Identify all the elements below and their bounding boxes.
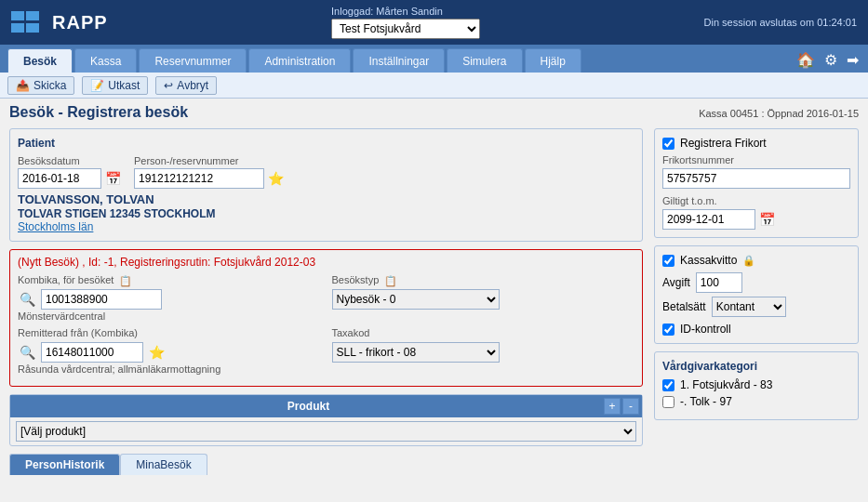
vardgivarkategori-title: Vårdgivarkategori <box>662 360 850 373</box>
logo-area: RAPP <box>11 9 108 35</box>
kombika-input[interactable] <box>41 289 162 310</box>
frikort-checkbox[interactable] <box>662 138 674 150</box>
visit-field-grid: Kombika, för besöket 📋 🔍 Mönstervärdcent… <box>18 274 634 375</box>
logout-icon-button[interactable]: ➡ <box>845 49 861 71</box>
kassakvitto-label: Kassakvitto <box>680 254 737 267</box>
svg-rect-0 <box>11 11 24 20</box>
cancel-label: Avbryt <box>177 79 208 92</box>
besokstyp-label: Besökstyp <box>332 274 380 285</box>
taxakod-label: Taxakod <box>332 327 370 338</box>
patient-region-link[interactable]: Stockholms län <box>18 220 93 233</box>
draft-button[interactable]: 📝 Utkast <box>82 76 148 95</box>
send-icon: 📤 <box>16 79 30 92</box>
remitterad-label: Remitterad från (Kombika) <box>18 327 138 338</box>
person-nr-group: Person-/reservnummer ⭐ <box>134 155 286 189</box>
header-center: Inloggad: Mårten Sandin Test Fotsjukvård <box>331 6 480 39</box>
avgift-input[interactable] <box>696 272 742 293</box>
produkt-header: Produkt + - <box>10 395 642 417</box>
nav-tab-besok[interactable]: Besök <box>7 48 73 73</box>
kombika-search-icon-button[interactable]: 🔍 <box>18 292 37 307</box>
visit-date-label: Besöksdatum <box>18 155 123 166</box>
svg-rect-3 <box>26 23 39 33</box>
frikort-valid-group: Giltigt t.o.m. 📅 <box>662 194 850 230</box>
besokstyp-group: Besökstyp 📋 Nybesök - 0 Återbesök - 1 <box>332 274 635 322</box>
remitterad-hint: Råsunda vårdcentral; allmänläkarmottagni… <box>18 363 321 375</box>
frikort-section: Registrera Frikort Frikortsnummer Giltig… <box>654 128 859 238</box>
kombika-group: Kombika, för besöket 📋 🔍 Mönstervärdcent… <box>18 274 321 322</box>
nav-tab-reservnummer[interactable]: Reservnummer <box>139 48 247 73</box>
id-kontroll-row: ID-kontroll <box>662 323 850 336</box>
visit-date-input[interactable] <box>18 168 101 189</box>
remitterad-group: Remitterad från (Kombika) 🔍 ⭐ Råsunda vå… <box>18 327 321 375</box>
clinic-select[interactable]: Test Fotsjukvård <box>331 19 480 39</box>
produkt-select[interactable]: [Välj produkt] <box>16 421 636 442</box>
main-content: Besök - Registrera besök Kassa 00451 : Ö… <box>0 99 868 481</box>
calendar-icon-button[interactable]: 📅 <box>103 171 123 186</box>
settings-icon-button[interactable]: ⚙ <box>822 49 839 71</box>
kassakvitto-checkbox[interactable] <box>662 255 674 267</box>
kassakvitto-checkbox-row: Kassakvitto 🔒 <box>662 254 850 267</box>
home-icon-button[interactable]: 🏠 <box>795 49 817 71</box>
bottom-tabs: PersonHistorik MinaBesök <box>9 454 643 475</box>
remitterad-input[interactable] <box>41 342 143 363</box>
produkt-header-btns: + - <box>604 398 639 415</box>
betalsatt-select[interactable]: Kontant Kort Faktura <box>712 297 786 317</box>
left-col: Patient Besöksdatum 📅 Person-/reservnumm… <box>9 128 643 475</box>
cancel-icon: ↩ <box>164 79 173 92</box>
besokstyp-select[interactable]: Nybesök - 0 Återbesök - 1 <box>332 289 500 310</box>
cancel-button[interactable]: ↩ Avbryt <box>155 76 217 95</box>
logo-text: RAPP <box>52 12 108 33</box>
page-title: Besök - Registrera besök <box>9 104 188 121</box>
produkt-header-label: Produkt <box>13 400 604 413</box>
person-nr-input[interactable] <box>134 168 264 189</box>
taxakod-select[interactable]: SLL - frikort - 08 SLL - taxa A <box>332 342 500 363</box>
produkt-add-button[interactable]: + <box>604 398 621 415</box>
besokstyp-copy-icon-button[interactable]: 📋 <box>382 275 399 287</box>
produkt-body: [Välj produkt] <box>10 417 642 445</box>
send-label: Skicka <box>33 79 66 92</box>
kombika-hint: Mönstervärdcentral <box>18 310 321 322</box>
frikort-label: Registrera Frikort <box>680 137 767 150</box>
nav-tab-simulera[interactable]: Simulera <box>447 48 522 73</box>
person-nr-label: Person-/reservnummer <box>134 155 286 166</box>
nav-tab-kassa[interactable]: Kassa <box>74 48 137 73</box>
frikort-valid-input[interactable] <box>662 209 755 230</box>
vard-label-2: -. Tolk - 97 <box>680 395 732 408</box>
nav-icons: 🏠 ⚙ ➡ <box>795 49 861 73</box>
produkt-minus-button[interactable]: - <box>622 398 639 415</box>
send-button[interactable]: 📤 Skicka <box>7 76 74 95</box>
visit-box-title: (Nytt Besök) , Id: -1, Registreringsruti… <box>18 256 634 269</box>
vard-item-1: 1. Fotsjukvård - 83 <box>662 378 850 391</box>
remitterad-search-icon-button[interactable]: 🔍 <box>18 345 37 360</box>
frikort-nr-input[interactable] <box>662 168 850 189</box>
vard-checkbox-1[interactable] <box>662 379 674 391</box>
frikort-calendar-icon-button[interactable]: 📅 <box>757 212 777 227</box>
visit-date-group: Besöksdatum 📅 <box>18 155 123 189</box>
id-kontroll-checkbox[interactable] <box>662 324 674 336</box>
patient-section: Patient Besöksdatum 📅 Person-/reservnumm… <box>9 128 643 242</box>
frikort-valid-label: Giltigt t.o.m. <box>662 195 717 206</box>
kombika-input-row: 🔍 <box>18 289 321 310</box>
lock-icon: 🔒 <box>742 255 755 267</box>
draft-icon: 📝 <box>90 79 104 92</box>
patient-section-title: Patient <box>18 137 634 150</box>
produkt-section: Produkt + - [Välj produkt] <box>9 394 643 446</box>
bottom-tab-minabesok[interactable]: MinaBesök <box>120 454 207 475</box>
nav-tab-administration[interactable]: Administration <box>248 48 351 73</box>
clinic-select-wrap: Test Fotsjukvård <box>331 19 480 39</box>
bottom-tab-personhistorik[interactable]: PersonHistorik <box>9 454 120 475</box>
taxakod-group: Taxakod SLL - frikort - 08 SLL - taxa A <box>332 327 635 375</box>
kassakvitto-panel: Kassakvitto 🔒 Avgift Betalsätt Kontant K… <box>654 245 859 344</box>
svg-rect-1 <box>26 11 39 20</box>
vard-checkbox-2[interactable] <box>662 396 674 408</box>
betalsatt-label: Betalsätt <box>662 300 706 313</box>
nav-tab-hjalp[interactable]: Hjälp <box>525 48 581 73</box>
two-col-layout: Patient Besöksdatum 📅 Person-/reservnumm… <box>9 128 859 475</box>
nav-tab-installningar[interactable]: Inställningar <box>353 48 445 73</box>
kombika-copy-icon-button[interactable]: 📋 <box>117 275 134 287</box>
star-icon-button[interactable]: ⭐ <box>266 171 286 186</box>
svg-rect-2 <box>11 23 24 33</box>
visit-box: (Nytt Besök) , Id: -1, Registreringsruti… <box>9 249 643 387</box>
logo-icon <box>11 9 45 35</box>
remitterad-star-icon-button[interactable]: ⭐ <box>147 345 167 360</box>
